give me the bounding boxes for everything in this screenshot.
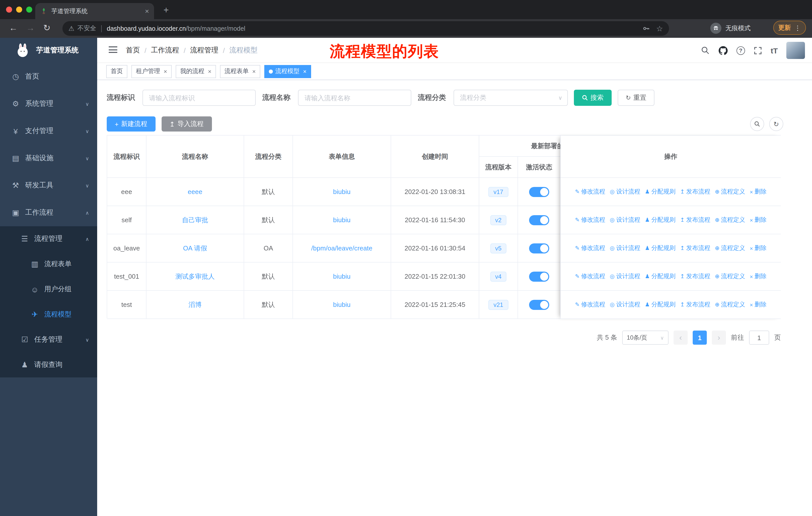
sidebar-item-home[interactable]: ◷ 首页 xyxy=(0,63,97,90)
process-name-link[interactable]: 自己审批 xyxy=(182,215,208,224)
toggle-search-button[interactable] xyxy=(750,117,764,131)
tag-tenant[interactable]: 租户管理× xyxy=(132,65,172,78)
sidebar-item-process-model[interactable]: ✈ 流程模型 xyxy=(0,302,97,327)
op-definition-link[interactable]: ⊕流程定义 xyxy=(715,216,745,224)
breadcrumb-home[interactable]: 首页 xyxy=(126,46,140,55)
create-process-button[interactable]: + 新建流程 xyxy=(107,116,155,132)
op-design-link[interactable]: ◎设计流程 xyxy=(610,272,640,281)
browser-menu-icon[interactable]: ⋮ xyxy=(794,24,801,31)
forward-icon[interactable]: → xyxy=(26,24,35,32)
prev-page-button[interactable]: ‹ xyxy=(673,331,688,345)
version-tag[interactable]: v2 xyxy=(490,215,506,225)
op-edit-link[interactable]: ✎修改流程 xyxy=(575,187,605,196)
current-page-button[interactable]: 1 xyxy=(693,331,707,345)
form-info-link[interactable]: biubiu xyxy=(333,301,350,308)
op-edit-link[interactable]: ✎修改流程 xyxy=(575,300,605,309)
active-toggle[interactable] xyxy=(529,243,549,253)
op-design-link[interactable]: ◎设计流程 xyxy=(610,300,640,309)
op-publish-link[interactable]: ↥发布流程 xyxy=(680,187,710,196)
refresh-table-button[interactable]: ↻ xyxy=(769,117,783,131)
address-bar[interactable]: ⚠ 不安全 dashboard.yudao.iocoder.cn/bpm/man… xyxy=(62,21,669,36)
import-process-button[interactable]: ↥ 导入流程 xyxy=(161,116,212,132)
sidebar-collapse-icon[interactable] xyxy=(109,46,117,53)
sidebar-item-infrastructure[interactable]: ▤ 基础设施 ∨ xyxy=(0,145,97,172)
op-delete-link[interactable]: ×删除 xyxy=(750,216,767,224)
version-tag[interactable]: v21 xyxy=(489,300,509,310)
op-assign-rule-link[interactable]: ♟分配规则 xyxy=(645,216,675,224)
sidebar-item-user-group[interactable]: ☺ 用户分组 xyxy=(0,277,97,302)
process-id-input[interactable] xyxy=(142,90,256,106)
op-definition-link[interactable]: ⊕流程定义 xyxy=(715,244,745,252)
process-name-link[interactable]: 滔博 xyxy=(188,300,202,309)
op-delete-link[interactable]: ×删除 xyxy=(750,187,767,196)
back-icon[interactable]: ← xyxy=(9,24,18,32)
breadcrumb-process-management[interactable]: 流程管理 xyxy=(190,46,219,55)
tag-my-process[interactable]: 我的流程× xyxy=(176,65,216,78)
breadcrumb-workflow[interactable]: 工作流程 xyxy=(151,46,179,55)
close-window-button[interactable] xyxy=(6,6,12,12)
browser-update-button[interactable]: 更新 ⋮ xyxy=(773,21,806,35)
page-size-select[interactable]: 10条/页 ∨ xyxy=(622,331,669,345)
op-definition-link[interactable]: ⊕流程定义 xyxy=(715,272,745,281)
op-delete-link[interactable]: ×删除 xyxy=(750,300,767,309)
key-icon[interactable] xyxy=(642,24,650,33)
op-publish-link[interactable]: ↥发布流程 xyxy=(680,272,710,281)
op-assign-rule-link[interactable]: ♟分配规则 xyxy=(645,300,675,309)
active-toggle[interactable] xyxy=(529,271,549,281)
op-design-link[interactable]: ◎设计流程 xyxy=(610,244,640,252)
op-delete-link[interactable]: ×删除 xyxy=(750,272,767,281)
tab-close-icon[interactable]: × xyxy=(145,7,149,15)
op-definition-link[interactable]: ⊕流程定义 xyxy=(715,187,745,196)
sidebar-item-system[interactable]: ⚙ 系统管理 ∨ xyxy=(0,90,97,117)
version-tag[interactable]: v4 xyxy=(490,271,506,281)
active-toggle[interactable] xyxy=(529,187,549,197)
form-info-link[interactable]: /bpm/oa/leave/create xyxy=(311,244,373,252)
process-name-input[interactable] xyxy=(298,90,411,106)
app-logo[interactable]: 芋道管理系统 xyxy=(0,38,97,63)
browser-tab[interactable]: 芋道管理系统 × xyxy=(35,3,154,19)
form-info-link[interactable]: biubiu xyxy=(333,188,350,195)
op-edit-link[interactable]: ✎修改流程 xyxy=(575,272,605,281)
op-design-link[interactable]: ◎设计流程 xyxy=(610,216,640,224)
user-avatar[interactable] xyxy=(786,42,805,59)
reload-icon[interactable]: ↻ xyxy=(43,24,51,32)
sidebar-item-leave-query[interactable]: ♟ 请假查询 xyxy=(0,352,97,377)
sidebar-item-devtools[interactable]: ⚒ 研发工具 ∨ xyxy=(0,172,97,199)
bookmark-star-icon[interactable]: ☆ xyxy=(656,24,663,33)
close-icon[interactable]: × xyxy=(252,68,256,75)
op-edit-link[interactable]: ✎修改流程 xyxy=(575,244,605,252)
active-toggle[interactable] xyxy=(529,300,549,310)
new-tab-button[interactable]: + xyxy=(160,4,172,16)
close-icon[interactable]: × xyxy=(303,68,307,75)
incognito-chip[interactable]: 无痕模式 xyxy=(710,21,751,35)
process-name-link[interactable]: 测试多审批人 xyxy=(175,272,215,281)
zoom-window-button[interactable] xyxy=(26,6,32,12)
op-design-link[interactable]: ◎设计流程 xyxy=(610,187,640,196)
process-name-link[interactable]: eeee xyxy=(188,188,202,195)
close-icon[interactable]: × xyxy=(208,68,211,75)
github-icon[interactable] xyxy=(718,46,728,55)
op-delete-link[interactable]: ×删除 xyxy=(750,244,767,252)
category-select[interactable]: 流程分类 ∨ xyxy=(454,90,568,106)
version-tag[interactable]: v17 xyxy=(489,187,509,197)
tag-home[interactable]: 首页 xyxy=(106,65,127,78)
op-publish-link[interactable]: ↥发布流程 xyxy=(680,300,710,309)
op-edit-link[interactable]: ✎修改流程 xyxy=(575,216,605,224)
form-info-link[interactable]: biubiu xyxy=(333,216,350,224)
op-publish-link[interactable]: ↥发布流程 xyxy=(680,244,710,252)
sidebar-item-process-management[interactable]: ☰ 流程管理 ∧ xyxy=(0,226,97,251)
sidebar-item-payment[interactable]: ¥ 支付管理 ∨ xyxy=(0,117,97,145)
op-assign-rule-link[interactable]: ♟分配规则 xyxy=(645,244,675,252)
help-icon[interactable]: ? xyxy=(736,46,745,55)
sidebar-item-task-management[interactable]: ☑ 任务管理 ∨ xyxy=(0,327,97,352)
fullscreen-icon[interactable] xyxy=(754,46,762,55)
close-icon[interactable]: × xyxy=(164,68,167,75)
reset-button[interactable]: ↻ 重置 xyxy=(618,90,655,106)
op-publish-link[interactable]: ↥发布流程 xyxy=(680,216,710,224)
active-toggle[interactable] xyxy=(529,215,549,225)
process-name-link[interactable]: OA 请假 xyxy=(183,244,207,253)
tag-process-model[interactable]: 流程模型× xyxy=(264,65,311,78)
version-tag[interactable]: v5 xyxy=(490,243,506,253)
search-icon[interactable] xyxy=(701,46,710,55)
font-size-icon[interactable]: tT xyxy=(771,46,778,55)
